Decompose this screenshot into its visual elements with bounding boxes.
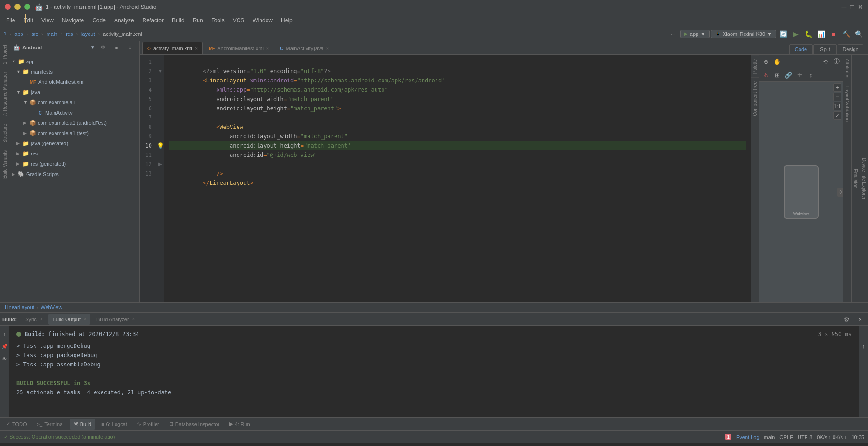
build-sort-btn[interactable]: ↕: [858, 341, 868, 352]
menu-analyze[interactable]: Analyze: [110, 16, 138, 25]
menu-window[interactable]: Window: [249, 16, 276, 25]
build-pin-btn[interactable]: 📌: [0, 341, 10, 352]
dt-align-btn[interactable]: ↕: [806, 70, 816, 80]
structure-strip[interactable]: Structure: [0, 120, 9, 147]
build-close-btn[interactable]: ×: [854, 314, 866, 325]
build-button[interactable]: 🔨: [841, 28, 852, 40]
layout-validation-strip[interactable]: Layout Validation: [843, 82, 851, 125]
emulator-strip[interactable]: Emulator: [851, 55, 860, 302]
error-count[interactable]: 1: [725, 434, 731, 440]
maximize-win-icon[interactable]: □: [850, 3, 854, 11]
bottom-tab-build[interactable]: ⚒ Build: [70, 419, 95, 430]
tab-activity-main-xml[interactable]: ◇ activity_main.xml ×: [142, 42, 203, 54]
encoding-label[interactable]: CRLF: [779, 434, 793, 440]
project-strip[interactable]: 1: Project: [0, 41, 9, 68]
breadcrumb-res[interactable]: res: [66, 31, 73, 37]
dt-grid-btn[interactable]: ⊞: [772, 70, 782, 80]
build-tab-analyzer[interactable]: Build Analyzer ×: [93, 314, 139, 325]
fold-icon-2[interactable]: ▼: [158, 67, 163, 76]
breadcrumb-main[interactable]: main: [47, 31, 58, 37]
palette-strip[interactable]: Palette: [751, 55, 759, 77]
build-wrap-btn[interactable]: ≡: [858, 328, 868, 339]
resource-manager-strip[interactable]: 7: Resource Manager: [0, 68, 9, 120]
bottom-tab-todo[interactable]: ✓ TODO: [2, 419, 31, 430]
device-selector[interactable]: 📱 Xiaomi Redmi K30 ▼: [711, 30, 776, 38]
menu-help[interactable]: Help: [277, 16, 296, 25]
breadcrumb-file[interactable]: activity_main.xml: [103, 31, 142, 37]
menu-run[interactable]: Run: [189, 16, 207, 25]
build-output-close[interactable]: ×: [84, 317, 87, 322]
dt-err-btn[interactable]: ⚠: [761, 70, 771, 80]
design-tab-button[interactable]: Design: [838, 44, 863, 54]
bottom-tab-profiler[interactable]: ∿ Profiler: [133, 419, 163, 430]
back-nav-button[interactable]: ←: [668, 28, 679, 40]
tree-java-generated[interactable]: ▶ 📁 java (generated): [9, 138, 139, 149]
app-selector[interactable]: ▶ app ▼: [680, 30, 710, 38]
tree-res-generated[interactable]: ▶ 📁 res (generated): [9, 159, 139, 169]
code-content[interactable]: <?xml version="1.0" encoding="utf-8"?> <…: [164, 55, 751, 302]
tree-androidtest[interactable]: ▶ 📦 com.example.a1 (androidTest): [9, 118, 139, 128]
build-settings-btn[interactable]: ⚙: [841, 314, 852, 325]
close-button[interactable]: [5, 4, 11, 10]
bottom-tab-logcat[interactable]: ≡ 6: Logcat: [97, 419, 131, 430]
bottom-tab-database[interactable]: ⊞ Database Inspector: [165, 419, 223, 430]
bottom-tab-run[interactable]: ▶ 4: Run: [226, 419, 253, 430]
tree-java[interactable]: ▼ 📁 java: [9, 87, 139, 97]
menu-code[interactable]: Code: [89, 16, 109, 25]
build-variants-strip[interactable]: Build Variants: [0, 147, 9, 182]
panel-collapse-button[interactable]: ×: [124, 42, 136, 53]
stop-button[interactable]: ■: [828, 28, 839, 40]
component-tree-strip[interactable]: Component Tree: [751, 77, 759, 120]
panel-actions-button[interactable]: ≡: [111, 42, 122, 53]
breadcrumb-app[interactable]: app: [14, 31, 23, 37]
fold-icon-12[interactable]: ▶: [158, 160, 162, 169]
minimize-button[interactable]: [14, 4, 21, 10]
minimize-win-icon[interactable]: ─: [842, 3, 847, 11]
gutter-12[interactable]: ▶: [156, 160, 164, 169]
tree-app[interactable]: ▼ 📁 app: [9, 56, 139, 67]
profile-button[interactable]: 📊: [815, 28, 827, 40]
menu-navigate[interactable]: Navigate: [58, 16, 88, 25]
dt-move-btn[interactable]: ✛: [794, 70, 805, 80]
tab-close-activity-main[interactable]: ×: [195, 46, 198, 51]
tab-close-mainactivity[interactable]: ×: [326, 46, 329, 51]
zoom-in-button[interactable]: +: [833, 83, 841, 92]
sync-button[interactable]: 🔄: [778, 28, 789, 40]
breadcrumb-src[interactable]: src: [31, 31, 38, 37]
build-up-btn[interactable]: ↑: [0, 328, 10, 339]
tree-androidmanifest[interactable]: ▶ MF AndroidManifest.xml: [9, 77, 139, 87]
build-tab-sync[interactable]: Sync ×: [21, 314, 46, 325]
maximize-button[interactable]: [24, 4, 30, 10]
sync-tab-close[interactable]: ×: [40, 317, 43, 322]
gutter-2[interactable]: ▼: [156, 67, 164, 76]
tree-mainactivity[interactable]: ▶ C MainActivity: [9, 108, 139, 118]
charset-label[interactable]: UTF-8: [798, 434, 812, 440]
run-button[interactable]: ▶: [790, 28, 801, 40]
build-tab-output[interactable]: Build Output ×: [48, 314, 90, 325]
build-analyzer-close[interactable]: ×: [132, 317, 135, 322]
bc-webview[interactable]: WebView: [41, 304, 62, 310]
device-file-explorer-strip[interactable]: Device File Explorer: [860, 55, 868, 302]
window-controls[interactable]: [5, 4, 30, 10]
tree-res[interactable]: ▶ 📁 res: [9, 149, 139, 159]
menu-edit[interactable]: Edit: [20, 16, 37, 25]
debug-button[interactable]: 🐛: [803, 28, 814, 40]
menu-view[interactable]: View: [38, 16, 57, 25]
menu-build[interactable]: Build: [168, 16, 188, 25]
split-tab-button[interactable]: Split: [813, 44, 837, 54]
zoom-reset-button[interactable]: 1:1: [833, 102, 841, 110]
tree-gradle[interactable]: ▶ 🐘 Gradle Scripts: [9, 169, 139, 179]
tab-mainactivity[interactable]: C MainActivity.java ×: [275, 42, 334, 54]
zoom-fit-button[interactable]: ⤢: [833, 111, 841, 120]
dt-rotate-btn[interactable]: ⟲: [820, 56, 830, 67]
panel-settings-button[interactable]: ⚙: [97, 42, 109, 53]
bottom-tab-terminal[interactable]: >_ Terminal: [33, 419, 68, 430]
menu-vcs[interactable]: VCS: [229, 16, 248, 25]
close-win-icon[interactable]: ✕: [858, 3, 863, 11]
panel-handle[interactable]: ⬡: [837, 188, 843, 197]
dt-pan-btn[interactable]: ✋: [772, 56, 782, 67]
dt-link-btn[interactable]: 🔗: [783, 70, 793, 80]
tree-com-example[interactable]: ▼ 📦 com.example.a1: [9, 97, 139, 108]
menu-refactor[interactable]: Refactor: [139, 16, 167, 25]
attributes-strip-label[interactable]: Attributes: [843, 55, 851, 82]
